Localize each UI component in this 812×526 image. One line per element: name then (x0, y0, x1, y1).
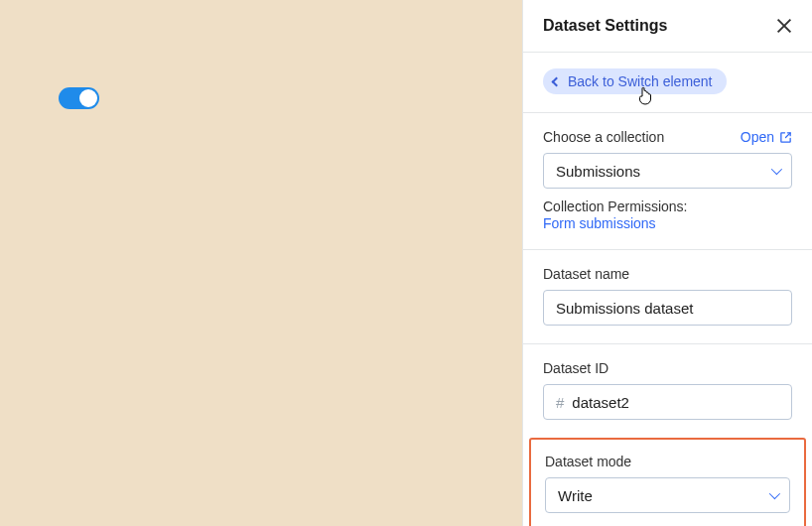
external-link-icon (779, 131, 792, 144)
dataset-name-section: Dataset name (523, 250, 812, 344)
collection-select[interactable]: Submissions (543, 153, 792, 189)
dataset-id-label: Dataset ID (543, 360, 792, 376)
back-section: Back to Switch element (523, 53, 812, 113)
dataset-mode-value: Write (558, 487, 593, 504)
collection-permissions-label: Collection Permissions: (543, 198, 792, 214)
settings-panel: Dataset Settings Back to Switch element … (522, 0, 812, 526)
dataset-mode-label: Dataset mode (545, 454, 790, 469)
switch-toggle-knob (79, 89, 97, 107)
open-link-label: Open (741, 129, 774, 145)
collection-section: Choose a collection Open Submissions Col… (523, 113, 812, 250)
panel-header: Dataset Settings (523, 0, 812, 53)
dataset-id-input[interactable]: # dataset2 (543, 384, 792, 420)
hash-icon: # (556, 394, 564, 411)
chevron-down-icon (769, 488, 780, 499)
chevron-left-icon (552, 76, 562, 86)
chevron-down-icon (771, 164, 782, 175)
dataset-name-input[interactable] (543, 290, 792, 326)
open-collection-link[interactable]: Open (741, 129, 792, 145)
dataset-id-value: dataset2 (572, 394, 629, 411)
collection-select-value: Submissions (556, 163, 640, 180)
close-icon[interactable] (776, 18, 792, 34)
back-button-label: Back to Switch element (568, 73, 713, 89)
switch-toggle[interactable] (59, 87, 99, 109)
dataset-name-label: Dataset name (543, 266, 792, 282)
dataset-mode-section: Dataset mode Write (529, 438, 806, 526)
editor-canvas (0, 0, 522, 526)
panel-title: Dataset Settings (543, 17, 667, 35)
collection-label-row: Choose a collection Open (543, 129, 792, 145)
collection-label: Choose a collection (543, 129, 664, 145)
dataset-mode-select[interactable]: Write (545, 477, 790, 513)
collection-permissions-link[interactable]: Form submissions (543, 215, 656, 231)
dataset-id-section: Dataset ID # dataset2 (523, 344, 812, 438)
back-button[interactable]: Back to Switch element (543, 68, 727, 94)
